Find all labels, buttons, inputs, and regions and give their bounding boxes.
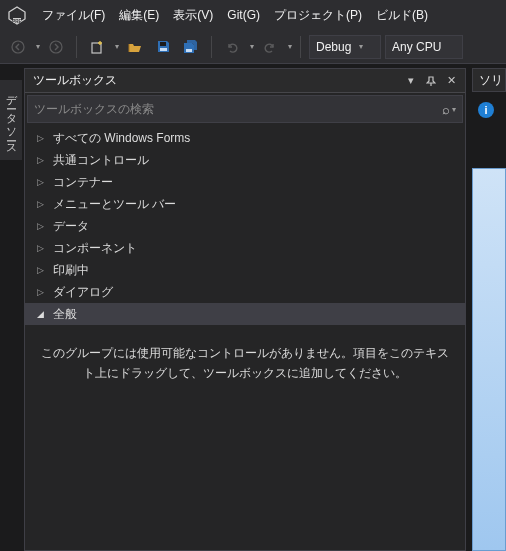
separator xyxy=(76,36,77,58)
svg-rect-6 xyxy=(160,48,167,51)
expander-collapsed-icon: ▷ xyxy=(37,155,47,165)
tree-group-label: コンテナー xyxy=(53,174,113,191)
separator xyxy=(211,36,212,58)
empty-group-message: このグループには使用可能なコントロールがありません。項目をこのテキスト上にドラッ… xyxy=(25,325,465,402)
tree-group[interactable]: ▷メニューとツール バー xyxy=(25,193,465,215)
tree-group-label: 全般 xyxy=(53,306,77,323)
menu-git[interactable]: Git(G) xyxy=(227,8,260,22)
tree-group[interactable]: ▷すべての Windows Forms xyxy=(25,127,465,149)
expander-collapsed-icon: ▷ xyxy=(37,221,47,231)
dropdown-caret-icon[interactable]: ▾ xyxy=(115,42,119,51)
expander-collapsed-icon: ▷ xyxy=(37,199,47,209)
tree-group[interactable]: ▷データ xyxy=(25,215,465,237)
nav-back-button[interactable] xyxy=(6,35,30,59)
side-tab-data-sources[interactable]: データソース xyxy=(0,80,22,160)
svg-rect-5 xyxy=(160,42,166,46)
toolbox-search[interactable]: ⌕ ▾ xyxy=(27,95,463,123)
configuration-combo[interactable]: Debug ▾ xyxy=(309,35,381,59)
close-icon[interactable]: ✕ xyxy=(443,73,459,89)
tree-group-label: すべての Windows Forms xyxy=(53,130,190,147)
tree-group-label: コンポーネント xyxy=(53,240,137,257)
tree-group[interactable]: ▷共通コントロール xyxy=(25,149,465,171)
menu-bar: PRE ファイル(F) 編集(E) 表示(V) Git(G) プロジェクト(P)… xyxy=(0,0,506,30)
nav-forward-button[interactable] xyxy=(44,35,68,59)
menu-project[interactable]: プロジェクト(P) xyxy=(274,7,362,24)
menu-file[interactable]: ファイル(F) xyxy=(42,7,105,24)
chevron-down-icon: ▾ xyxy=(359,42,363,51)
panel-options-icon[interactable]: ▾ xyxy=(403,73,419,89)
expander-collapsed-icon: ▷ xyxy=(37,287,47,297)
tree-group-label: 共通コントロール xyxy=(53,152,149,169)
toolbox-tree: ▷すべての Windows Forms ▷共通コントロール ▷コンテナー ▷メニ… xyxy=(25,125,465,550)
right-panel-sliver: ソリ i xyxy=(472,68,506,551)
dropdown-caret-icon[interactable]: ▾ xyxy=(452,105,456,114)
platform-combo[interactable]: Any CPU xyxy=(385,35,463,59)
expander-collapsed-icon: ▷ xyxy=(37,243,47,253)
save-all-button[interactable] xyxy=(179,35,203,59)
info-icon[interactable]: i xyxy=(478,102,494,118)
toolbox-panel: ツールボックス ▾ ✕ ⌕ ▾ ▷すべての Windows Forms ▷共通コ… xyxy=(24,68,466,551)
dropdown-caret-icon[interactable]: ▾ xyxy=(250,42,254,51)
tree-group-general[interactable]: ◢全般 xyxy=(25,303,465,325)
redo-button[interactable] xyxy=(258,35,282,59)
expander-collapsed-icon: ▷ xyxy=(37,265,47,275)
undo-button[interactable] xyxy=(220,35,244,59)
svg-rect-7 xyxy=(186,49,192,52)
toolbox-title: ツールボックス xyxy=(33,72,399,89)
dropdown-caret-icon[interactable]: ▾ xyxy=(36,42,40,51)
configuration-label: Debug xyxy=(316,40,351,54)
tree-group-label: メニューとツール バー xyxy=(53,196,176,213)
tree-group-label: 印刷中 xyxy=(53,262,89,279)
separator xyxy=(300,36,301,58)
expander-expanded-icon: ◢ xyxy=(37,309,47,319)
toolbar: ▾ ▾ ▾ ▾ Debug ▾ Any CPU xyxy=(0,30,506,64)
tree-group-label: ダイアログ xyxy=(53,284,113,301)
tree-group[interactable]: ▷コンテナー xyxy=(25,171,465,193)
expander-collapsed-icon: ▷ xyxy=(37,133,47,143)
menu-view[interactable]: 表示(V) xyxy=(173,7,213,24)
tree-group-label: データ xyxy=(53,218,89,235)
solution-explorer-header[interactable]: ソリ xyxy=(472,68,506,92)
menu-build[interactable]: ビルド(B) xyxy=(376,7,428,24)
app-logo-icon: PRE xyxy=(6,4,28,26)
dropdown-caret-icon[interactable]: ▾ xyxy=(288,42,292,51)
pin-icon[interactable] xyxy=(423,73,439,89)
svg-text:PRE: PRE xyxy=(12,19,21,24)
toolbox-header: ツールボックス ▾ ✕ xyxy=(25,69,465,93)
expander-collapsed-icon: ▷ xyxy=(37,177,47,187)
designer-preview-sliver xyxy=(472,168,506,551)
search-icon[interactable]: ⌕ xyxy=(442,102,450,117)
toolbox-search-input[interactable] xyxy=(34,102,442,116)
tree-group[interactable]: ▷コンポーネント xyxy=(25,237,465,259)
tree-group[interactable]: ▷印刷中 xyxy=(25,259,465,281)
svg-point-3 xyxy=(50,41,62,53)
menu-edit[interactable]: 編集(E) xyxy=(119,7,159,24)
tree-group[interactable]: ▷ダイアログ xyxy=(25,281,465,303)
platform-label: Any CPU xyxy=(392,40,441,54)
open-button[interactable] xyxy=(123,35,147,59)
save-button[interactable] xyxy=(151,35,175,59)
main-area: ツールボックス ▾ ✕ ⌕ ▾ ▷すべての Windows Forms ▷共通コ… xyxy=(24,68,506,551)
svg-point-2 xyxy=(12,41,24,53)
new-item-button[interactable] xyxy=(85,35,109,59)
